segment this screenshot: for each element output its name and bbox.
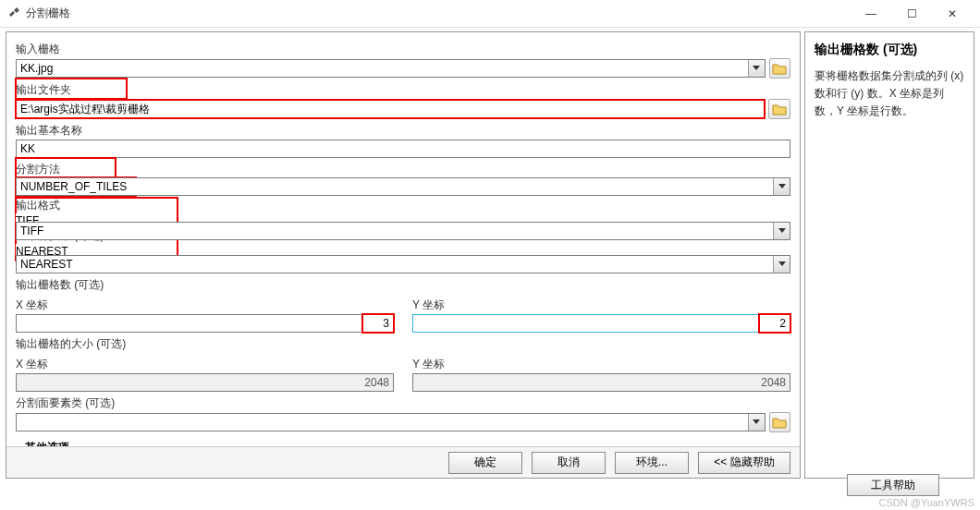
- x-coord-input[interactable]: [16, 314, 394, 333]
- y-coord-label: Y 坐标: [412, 298, 790, 313]
- output-basename-label: 输出基本名称: [16, 123, 790, 139]
- hide-help-button[interactable]: << 隐藏帮助: [698, 452, 790, 474]
- help-panel: 输出栅格数 (可选) 要将栅格数据集分割成的列 (x) 数和行 (y) 数。X …: [804, 31, 974, 479]
- chevron-down-icon[interactable]: [748, 60, 765, 77]
- close-button[interactable]: ✕: [932, 1, 973, 27]
- maximize-button[interactable]: ☐: [891, 1, 932, 27]
- y-size-input[interactable]: [412, 373, 790, 392]
- x-size-input[interactable]: [16, 373, 394, 392]
- hammer-icon: [7, 7, 20, 20]
- input-raster-combo[interactable]: KK.jpg: [16, 59, 766, 78]
- x2-label: X 坐标: [16, 357, 394, 372]
- tool-help-button[interactable]: 工具帮助: [847, 474, 939, 496]
- form-area: 输入栅格 KK.jpg 输出文件夹: [6, 32, 800, 446]
- input-raster-label: 输入栅格: [16, 42, 790, 57]
- watermark: CSDN @YuanYWRS: [879, 497, 974, 508]
- split-method-label: 分割方法: [16, 162, 116, 177]
- browse-output-button[interactable]: [768, 99, 790, 119]
- output-basename-input[interactable]: [16, 140, 790, 158]
- browse-fc-button[interactable]: [769, 412, 790, 432]
- split-method-value: NUMBER_OF_TILES: [20, 180, 127, 193]
- resample-value: NEAREST: [20, 258, 73, 271]
- help-body: 要将栅格数据集分割成的列 (x) 数和行 (y) 数。X 坐标是列数，Y 坐标是…: [815, 67, 964, 121]
- split-fc-combo[interactable]: [16, 413, 766, 431]
- resample-combo[interactable]: NEAREST: [16, 255, 790, 273]
- help-title: 输出栅格数 (可选): [815, 42, 964, 58]
- titlebar: 分割栅格 — ☐ ✕: [0, 0, 980, 28]
- y2-label: Y 坐标: [412, 357, 790, 372]
- output-format-label: 输出格式: [16, 198, 104, 213]
- main-area: 输入栅格 KK.jpg 输出文件夹: [0, 28, 980, 482]
- environments-button[interactable]: 环境...: [615, 452, 689, 474]
- split-method-combo[interactable]: NUMBER_OF_TILES: [16, 177, 790, 196]
- window-title: 分割栅格: [26, 6, 851, 21]
- split-fc-label: 分割面要素类 (可选): [16, 395, 790, 411]
- cancel-button[interactable]: 取消: [532, 452, 606, 474]
- ok-button[interactable]: 确定: [448, 452, 522, 474]
- chevron-down-icon[interactable]: [748, 414, 765, 431]
- dialog-buttons: 确定 取消 环境... << 隐藏帮助: [6, 446, 800, 478]
- num-rasters-label: 输出栅格数 (可选): [16, 277, 790, 293]
- browse-input-button[interactable]: [769, 58, 790, 79]
- chevron-down-icon[interactable]: [773, 223, 790, 239]
- output-format-value: TIFF: [20, 225, 43, 237]
- input-raster-value: KK.jpg: [20, 62, 53, 75]
- out-size-label: 输出栅格的大小 (可选): [16, 336, 790, 352]
- minimize-button[interactable]: —: [851, 1, 891, 27]
- output-format-combo[interactable]: TIFF: [16, 222, 790, 240]
- chevron-down-icon[interactable]: [773, 178, 790, 195]
- expander-other[interactable]: ⌄其他选项: [16, 440, 790, 446]
- x-coord-label: X 坐标: [16, 298, 394, 313]
- output-folder-label: 输出文件夹: [16, 82, 127, 98]
- chevron-down-icon[interactable]: [773, 256, 790, 273]
- y-coord-input[interactable]: [412, 314, 790, 333]
- output-folder-input[interactable]: [16, 100, 765, 118]
- parameters-panel: 输入栅格 KK.jpg 输出文件夹: [6, 31, 801, 479]
